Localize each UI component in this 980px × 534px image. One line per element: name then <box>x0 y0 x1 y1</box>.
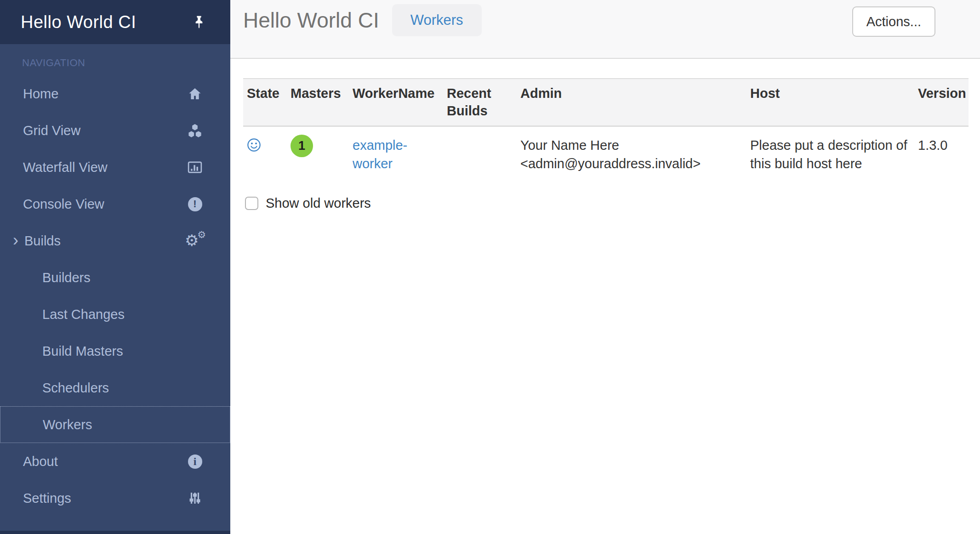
recent-builds-cell <box>443 126 517 182</box>
sidebar-header: Hello World CI <box>0 0 230 44</box>
sidebar-item-grid-view[interactable]: Grid View <box>0 112 230 149</box>
col-state: State <box>243 79 287 126</box>
sidebar-item-console-view[interactable]: Console View ! <box>0 186 230 222</box>
main-area: Hello World CI Workers Actions... State … <box>230 0 980 534</box>
sidebar-app-title[interactable]: Hello World CI <box>21 12 136 32</box>
cubes-icon <box>185 123 205 138</box>
pin-icon[interactable] <box>192 15 206 29</box>
show-old-workers: Show old workers <box>243 196 969 211</box>
sliders-icon <box>185 491 205 506</box>
bar-chart-icon <box>185 160 205 175</box>
chevron-right-icon[interactable]: › <box>13 232 18 249</box>
col-workername: WorkerName <box>349 79 443 126</box>
table-header-row: State Masters WorkerName Recent Builds A… <box>243 79 969 126</box>
sidebar-footer-strip <box>0 531 230 534</box>
smiley-icon <box>247 138 282 152</box>
col-version: Version <box>914 79 969 126</box>
worker-name-link[interactable]: example-worker <box>353 136 432 173</box>
worker-table-row: 1 example-worker Your Name Here <admin@y… <box>243 126 969 182</box>
page-title: Hello World CI <box>243 4 379 36</box>
sidebar-item-settings[interactable]: Settings <box>0 480 230 517</box>
sidebar-nav: Home Grid View <box>0 75 230 517</box>
col-host: Host <box>746 79 914 126</box>
buildbot-app: Hello World CI NAVIGATION Home Grid View <box>0 0 980 534</box>
exclamation-circle-icon: ! <box>185 197 205 211</box>
sidebar: Hello World CI NAVIGATION Home Grid View <box>0 0 230 534</box>
breadcrumb-workers[interactable]: Workers <box>392 4 482 36</box>
sidebar-item-builds[interactable]: › Builds ⚙⚙ <box>0 222 230 259</box>
sidebar-item-builders[interactable]: Builders <box>0 259 230 296</box>
sidebar-item-build-masters[interactable]: Build Masters <box>0 333 230 369</box>
actions-button[interactable]: Actions... <box>852 6 935 37</box>
navigation-section-label: NAVIGATION <box>22 57 230 69</box>
sidebar-item-last-changes[interactable]: Last Changes <box>0 296 230 333</box>
info-circle-icon: i <box>185 454 205 469</box>
sidebar-item-schedulers[interactable]: Schedulers <box>0 369 230 406</box>
show-old-workers-checkbox[interactable] <box>245 197 258 210</box>
workers-table: State Masters WorkerName Recent Builds A… <box>243 78 969 182</box>
worker-admin: Your Name Here <admin@youraddress.invali… <box>517 126 746 182</box>
home-icon <box>185 86 205 101</box>
cogs-icon: ⚙⚙ <box>185 232 205 250</box>
workers-content: State Masters WorkerName Recent Builds A… <box>230 59 980 211</box>
show-old-workers-label: Show old workers <box>266 196 371 211</box>
worker-version: 1.3.0 <box>914 126 969 182</box>
sidebar-item-waterfall-view[interactable]: Waterfall View <box>0 149 230 186</box>
sidebar-item-home[interactable]: Home <box>0 75 230 112</box>
col-recent-builds: Recent Builds <box>443 79 517 126</box>
sidebar-item-workers[interactable]: Workers <box>0 406 230 443</box>
masters-count-badge: 1 <box>291 135 313 157</box>
main-header: Hello World CI Workers Actions... <box>230 0 980 59</box>
sidebar-item-about[interactable]: About i <box>0 443 230 480</box>
col-admin: Admin <box>517 79 746 126</box>
col-masters: Masters <box>287 79 349 126</box>
worker-host: Please put a description of this build h… <box>746 126 914 182</box>
